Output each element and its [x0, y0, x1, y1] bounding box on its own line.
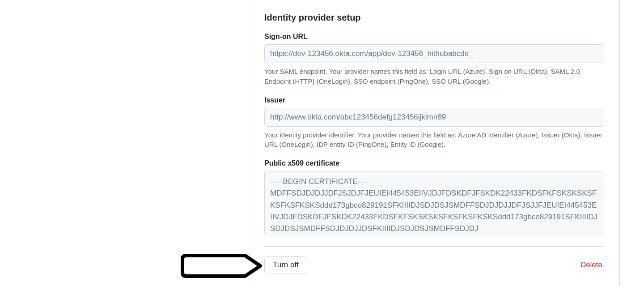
issuer-help: Your identity provider identifier. Your … — [264, 130, 604, 150]
signon-url-help: Your SAML endpoint. Your provider names … — [264, 67, 604, 86]
section-title: Identity provider setup — [264, 13, 604, 23]
issuer-input[interactable] — [264, 108, 604, 127]
identity-provider-panel: Identity provider setup Sign-on URL Your… — [249, 0, 620, 286]
signon-url-label: Sign-on URL — [264, 33, 604, 41]
certificate-input[interactable] — [264, 171, 604, 236]
issuer-group: Issuer Your identity provider identifier… — [264, 96, 604, 150]
delete-button[interactable]: Delete — [579, 257, 604, 273]
certificate-group: Public x509 certificate — [264, 159, 604, 238]
certificate-label: Public x509 certificate — [264, 159, 604, 167]
issuer-label: Issuer — [264, 96, 604, 104]
signon-url-group: Sign-on URL Your SAML endpoint. Your pro… — [264, 33, 604, 86]
divider — [264, 246, 604, 247]
actions-row: Turn off Delete — [264, 256, 604, 273]
pointer-callout — [181, 254, 262, 278]
signon-url-input[interactable] — [264, 44, 604, 63]
turn-off-button[interactable]: Turn off — [264, 256, 307, 273]
